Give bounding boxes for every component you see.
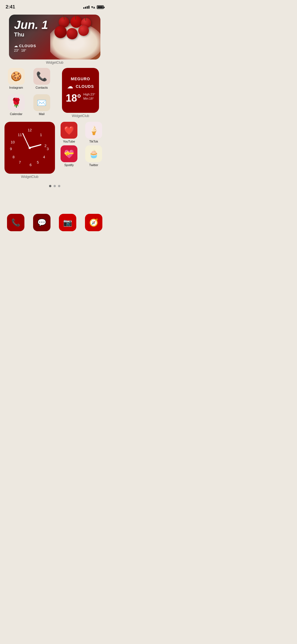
weather-widget-container: Meguro ☁ Clouds 18° High:23° Min:18° Wid… — [56, 68, 105, 118]
hero-temp: 23° 18° — [14, 49, 48, 52]
hero-widget-container: Jun. 1 Thu ☁ Clouds 23° 18° WidgetClub — [4, 15, 105, 65]
clock-apps-row: 12 1 2 3 4 5 6 7 8 9 10 11 WidgetClub — [4, 122, 105, 179]
dock-camera[interactable]: 📷 — [59, 214, 76, 231]
weather-min: Min:18° — [83, 97, 95, 101]
app-item-instagram[interactable]: 🍪 Instagram — [4, 68, 28, 92]
hero-text: Jun. 1 Thu ☁ Clouds 23° 18° — [14, 19, 48, 52]
clock-num-6: 6 — [30, 163, 32, 167]
calendar-icon: 🌹 — [8, 94, 25, 111]
dock: 📞 💬 📷 🧭 — [4, 214, 105, 231]
app-item-twitter[interactable]: 🧁 Twitter — [82, 145, 105, 167]
apps-right-grid: ❤️ YouTube 🍦 TikTok 💝 Spotify 🧁 Twitter — [58, 122, 105, 167]
weather-minmax: High:23° Min:18° — [83, 92, 95, 101]
page-dots — [0, 185, 109, 187]
status-bar: 2:41 ▾▴ — [0, 0, 109, 12]
app-item-tiktok[interactable]: 🍦 TikTok — [82, 122, 105, 143]
hero-weather: ☁ Clouds 23° 18° — [14, 43, 48, 52]
clock-num-11: 11 — [18, 133, 22, 137]
clock-widget-container: 12 1 2 3 4 5 6 7 8 9 10 11 WidgetClub — [4, 122, 55, 179]
apps-weather-row: 🍪 Instagram 📞 Contacts 🌹 Calendar ✉️ Mai… — [4, 68, 105, 118]
page-dot-3 — [58, 185, 60, 187]
clock-num-1: 1 — [40, 133, 42, 137]
page-dot-1 — [49, 185, 51, 187]
clock-num-4: 4 — [43, 155, 45, 159]
hero-widget[interactable]: Jun. 1 Thu ☁ Clouds 23° 18° — [9, 15, 100, 59]
tiktok-icon: 🍦 — [85, 122, 102, 139]
battery-icon — [97, 5, 104, 9]
spotify-label: Spotify — [64, 163, 74, 167]
clock-widget-label: WidgetClub — [21, 175, 38, 179]
hero-widget-label: WidgetClub — [4, 61, 105, 65]
camera-icon: 📷 — [63, 218, 72, 227]
clock-num-12: 12 — [28, 128, 32, 132]
messages-icon: 💬 — [37, 218, 46, 227]
contacts-label: Contacts — [36, 86, 48, 89]
clock-num-8: 8 — [13, 155, 15, 159]
app-item-mail[interactable]: ✉️ Mail — [30, 94, 53, 118]
weather-location: Meguro — [71, 77, 90, 81]
clock-num-5: 5 — [37, 160, 39, 164]
youtube-icon: ❤️ — [61, 122, 77, 139]
clock-num-7: 7 — [19, 160, 21, 164]
app-item-spotify[interactable]: 💝 Spotify — [58, 145, 80, 167]
dock-messages[interactable]: 💬 — [33, 214, 50, 231]
weather-high: High:23° — [83, 92, 95, 97]
weather-temp-row: 18° High:23° Min:18° — [66, 92, 95, 104]
clock-widget[interactable]: 12 1 2 3 4 5 6 7 8 9 10 11 — [4, 122, 55, 174]
clock-minute-hand — [22, 133, 30, 148]
status-icons: ▾▴ — [83, 5, 104, 9]
clock-num-10: 10 — [11, 140, 15, 144]
wifi-icon: ▾▴ — [91, 5, 95, 9]
weather-condition-label: Clouds — [76, 84, 94, 89]
instagram-icon: 🍪 — [8, 68, 25, 85]
weather-cloud-icon: ☁ — [67, 83, 73, 90]
twitter-icon: 🧁 — [85, 145, 102, 162]
clock-num-9: 9 — [10, 146, 12, 151]
weather-widget[interactable]: Meguro ☁ Clouds 18° High:23° Min:18° — [62, 68, 99, 113]
instagram-label: Instagram — [9, 86, 23, 89]
safari-icon: 🧭 — [89, 218, 98, 227]
calendar-label: Calendar — [10, 112, 22, 116]
hero-weather-label: Clouds — [19, 44, 36, 48]
spotify-icon: 💝 — [61, 145, 77, 162]
twitter-label: Twitter — [89, 163, 98, 167]
mail-label: Mail — [39, 112, 44, 116]
clock-num-3: 3 — [47, 146, 49, 151]
clock-face: 12 1 2 3 4 5 6 7 8 9 10 11 — [7, 125, 52, 170]
hero-day: Thu — [14, 31, 48, 38]
app-item-youtube[interactable]: ❤️ YouTube — [58, 122, 80, 143]
tiktok-label: TikTok — [89, 140, 98, 143]
apps-right-container: ❤️ YouTube 🍦 TikTok 💝 Spotify 🧁 Twitter — [58, 122, 105, 179]
youtube-label: YouTube — [63, 140, 75, 143]
app-grid-left: 🍪 Instagram 📞 Contacts 🌹 Calendar ✉️ Mai… — [4, 68, 53, 118]
mail-icon: ✉️ — [33, 94, 50, 111]
dock-safari[interactable]: 🧭 — [85, 214, 102, 231]
clock-num-2: 2 — [44, 143, 46, 148]
contacts-icon: 📞 — [33, 68, 50, 85]
page-dot-2 — [54, 185, 56, 187]
phone-icon: 📞 — [11, 218, 20, 227]
clock-center — [29, 147, 31, 149]
clock-hour-hand — [29, 144, 42, 148]
signal-icon — [83, 6, 89, 9]
hero-date: Jun. 1 — [14, 19, 48, 31]
dock-phone[interactable]: 📞 — [7, 214, 24, 231]
hero-cloud-icon: ☁ — [14, 43, 18, 48]
status-time: 2:41 — [6, 4, 15, 10]
weather-temp: 18° — [66, 92, 81, 104]
app-item-calendar[interactable]: 🌹 Calendar — [4, 94, 28, 118]
weather-condition: ☁ Clouds — [67, 83, 94, 90]
weather-widget-label: WidgetClub — [72, 114, 89, 118]
app-item-contacts[interactable]: 📞 Contacts — [30, 68, 53, 92]
